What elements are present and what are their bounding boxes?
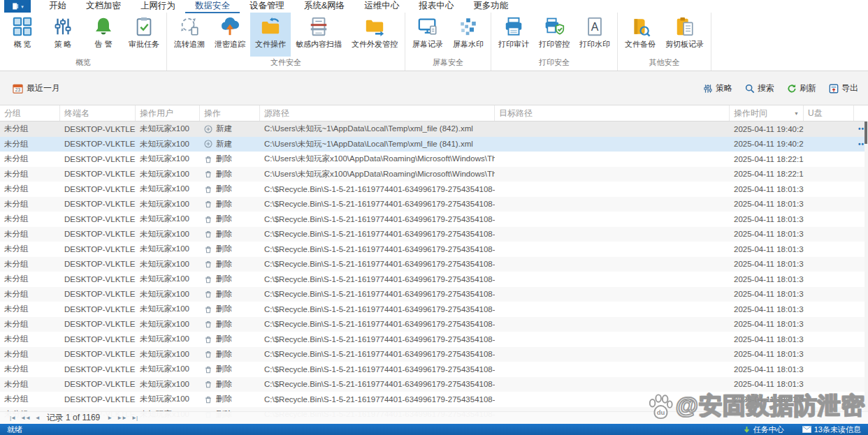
cell-time: 2025-04-11 18:01:38 [730,275,804,283]
table-row[interactable]: 未分组DESKTOP-VLKTLE1未知玩家x100删除C:\$Recycle.… [0,287,868,302]
ribbon-item[interactable]: 文件备份 [620,13,660,57]
nav-first-button[interactable]: |◄ [10,415,15,421]
cell-terminal: DESKTOP-VLKTLE1 [60,350,136,358]
cell-group: 未分组 [0,124,60,134]
ribbon-item[interactable]: 文件外发管控 [347,13,403,57]
menu-tab-bar: ▾ 开始文档加密上网行为数据安全设备管理系统&网络运维中心报表中心更多功能 [0,0,868,13]
cell-group: 未分组 [0,184,60,194]
ribbon-item[interactable]: 打印审计 [493,13,534,57]
cell-source-path: C:\$Recycle.Bin\S-1-5-21-1619774401-6349… [260,335,495,344]
table-row[interactable]: 未分组DESKTOP-VLKTLE1未知玩家x100删除C:\$Recycle.… [0,227,868,242]
table-row[interactable]: 未分组DESKTOP-VLKTLE1未知玩家x100删除C:\$Recycle.… [0,302,868,317]
ribbon-group-label: 屏幕安全 [407,57,489,71]
ribbon-item[interactable]: 策 略 [43,13,83,57]
scrollbar-thumb[interactable] [865,121,867,144]
menu-tab-2[interactable]: 文档加密 [76,0,131,13]
column-header[interactable]: 分组 [0,105,60,121]
record-navigator: |◄◄◄◄ 记录 1 of 1169 ►►►►| [0,411,868,424]
menu-tab-7[interactable]: 运维中心 [354,0,409,13]
cell-operation: 删除 [200,169,260,179]
nav-next-button[interactable]: ► [107,415,112,421]
table-row[interactable]: 未分组DESKTOP-VLKTLE1未知玩家x100删除C:\$Recycle.… [0,272,868,287]
date-range-filter[interactable]: 23 最近一月 [13,82,60,94]
trash-icon [204,335,212,344]
ribbon-item[interactable]: 概 览 [2,13,43,57]
table-row[interactable]: 未分组DESKTOP-VLKTLE1未知玩家x100新建C:\Users\未知玩… [0,137,868,152]
table-row[interactable]: 未分组DESKTOP-VLKTLE1未知玩家x100删除C:\$Recycle.… [0,197,868,212]
column-header[interactable]: 操作用户 [136,105,200,121]
table-row[interactable]: 未分组DESKTOP-VLKTLE1未知玩家x100删除C:\Users\未知玩… [0,152,868,167]
ribbon-item[interactable]: A打印水印 [574,13,615,57]
menu-tab-1[interactable]: 开始 [39,0,76,13]
ribbon-item[interactable]: 流转追溯 [169,13,210,57]
cell-operation: 删除 [200,184,260,194]
cell-group: 未分组 [0,214,60,224]
table-row[interactable]: 未分组DESKTOP-VLKTLE1未知玩家x100删除C:\$Recycle.… [0,317,868,332]
table-row[interactable]: 未分组DESKTOP-VLKTLE1未知玩家x100删除C:\$Recycle.… [0,212,868,227]
ribbon-item[interactable]: 剪切板记录 [660,13,709,57]
nav-prev-page-button[interactable]: ◄◄ [20,415,30,421]
trash-icon [204,350,212,358]
table-row[interactable]: 未分组DESKTOP-VLKTLE1未知玩家x100删除C:\$Recycle.… [0,257,868,272]
menu-tab-9[interactable]: 更多功能 [463,0,518,13]
unread-messages-button[interactable]: 13条未读信息 [802,425,861,435]
policy-button[interactable]: 策略 [703,82,732,94]
table-row[interactable]: 未分组DESKTOP-VLKTLE1未知玩家x100删除C:\$Recycle.… [0,347,868,362]
task-center-button[interactable]: 任务中心 [743,425,784,435]
print-audit-icon [503,16,524,37]
ribbon-group-label: 概览 [2,57,164,71]
column-header[interactable]: 目标路径 [495,105,730,121]
cell-operation: 删除 [200,379,260,390]
ribbon-item[interactable]: 敏感内容扫描 [291,13,347,57]
cell-source-path: C:\Users\未知玩~1\AppData\Local\Temp\xml_fi… [260,139,495,149]
table-row[interactable]: 未分组DESKTOP-VLKTLE1未知玩家x100新建C:\Users\未知玩… [0,121,868,137]
ribbon-item[interactable]: 屏幕水印 [448,13,489,57]
cell-time: 2025-04-11 18:01:38 [730,245,804,253]
table-row[interactable]: 未分组DESKTOP-VLKTLE1未知玩家x100删除C:\$Recycle.… [0,377,868,392]
cell-terminal: DESKTOP-VLKTLE1 [60,155,136,163]
cell-operation: 删除 [200,244,260,254]
sort-arrow-icon[interactable]: ▼ [794,111,799,116]
cell-user: 未知玩家x100 [136,259,200,270]
menu-tab-3[interactable]: 上网行为 [131,0,185,13]
menu-tab-6[interactable]: 系统&网络 [294,0,354,13]
ribbon-item[interactable]: 审批任务 [124,13,164,57]
status-ready-label: 就绪 [7,425,22,435]
cell-group: 未分组 [0,364,60,374]
ribbon-item[interactable]: 泄密追踪 [210,13,250,57]
menu-tabs: 开始文档加密上网行为数据安全设备管理系统&网络运维中心报表中心更多功能 [39,0,518,13]
ribbon-item[interactable]: 文件操作 [250,13,291,57]
cell-operation: 删除 [200,199,260,209]
outgoing-folder-icon [364,16,385,37]
nav-last-button[interactable]: ►| [131,415,137,421]
table-row[interactable]: 未分组DESKTOP-VLKTLE1未知玩家x100删除C:\$Recycle.… [0,182,868,197]
app-menu-button[interactable]: ▾ [4,0,31,13]
toolbar-actions: 策略搜索刷新导出 [703,82,858,94]
cell-terminal: DESKTOP-VLKTLE1 [60,335,136,344]
ribbon-item[interactable]: 告 警 [83,13,124,57]
overview-grid-icon [12,16,33,37]
column-header[interactable]: 终端名 [60,105,136,121]
column-header[interactable]: 源路径 [260,105,495,121]
ribbon-item[interactable]: 屏幕记录 [407,13,448,57]
table-row[interactable]: 未分组DESKTOP-VLKTLE1未知玩家x100删除C:\$Recycle.… [0,362,868,377]
nav-next-page-button[interactable]: ►► [117,415,126,421]
table-row[interactable]: 未分组DESKTOP-VLKTLE1未知玩家x100删除C:\$Recycle.… [0,392,868,407]
table-row[interactable]: 未分组DESKTOP-VLKTLE1未知玩家x100删除C:\Users\未知玩… [0,167,868,182]
search-button[interactable]: 搜索 [745,82,774,94]
menu-tab-5[interactable]: 设备管理 [240,0,294,13]
ribbon-item[interactable]: 打印管控 [534,13,574,57]
export-button[interactable]: 导出 [829,82,858,94]
column-header[interactable]: U盘 [804,105,854,121]
menu-tab-4[interactable]: 数据安全 [185,0,240,13]
column-header[interactable]: 操作 [200,105,260,121]
nav-prev-button[interactable]: ◄ [35,415,40,421]
table-row[interactable]: 未分组DESKTOP-VLKTLE1未知玩家x100删除C:\$Recycle.… [0,332,868,347]
trash-icon [204,260,212,268]
cell-time: 2025-04-11 18:01:38 [730,290,804,298]
table-row[interactable]: 未分组DESKTOP-VLKTLE1未知玩家x100删除C:\$Recycle.… [0,242,868,257]
column-header[interactable]: 操作时间▼ [730,105,804,121]
refresh-button[interactable]: 刷新 [787,82,816,94]
menu-tab-8[interactable]: 报表中心 [409,0,463,13]
vertical-scrollbar[interactable] [865,121,868,411]
